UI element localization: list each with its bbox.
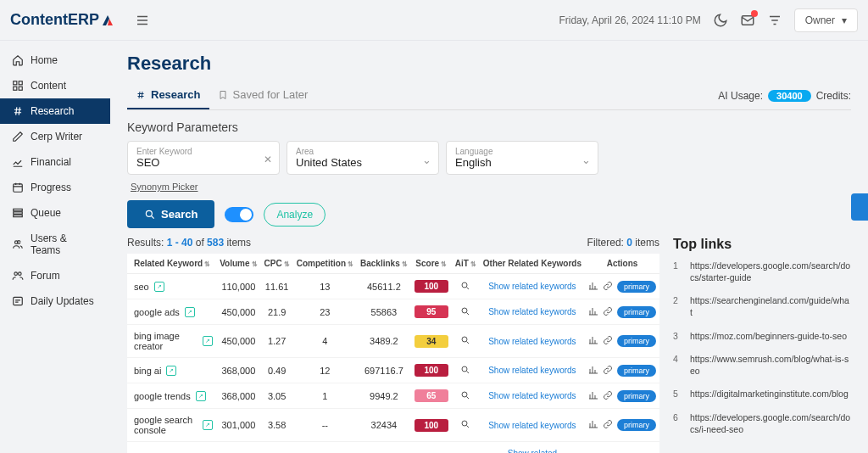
page-title: Research xyxy=(127,53,851,75)
top-links-title: Top links xyxy=(673,237,851,252)
col-cpc[interactable]: CPC⇅ xyxy=(261,254,293,274)
cell-backlinks: 55863 xyxy=(357,299,411,325)
link-action-icon[interactable] xyxy=(603,335,613,347)
score-pill: 100 xyxy=(415,364,448,377)
owner-dropdown[interactable]: Owner ▾ xyxy=(794,8,858,32)
sidebar-item-label: Content xyxy=(31,80,66,92)
link-action-icon[interactable] xyxy=(603,419,613,431)
trend-badge-icon[interactable]: ↗ xyxy=(166,366,176,376)
link-action-icon[interactable] xyxy=(603,281,613,293)
chart-action-icon[interactable] xyxy=(588,335,598,347)
col-ait[interactable]: AiT⇅ xyxy=(452,254,480,274)
magnify-icon[interactable] xyxy=(460,282,470,293)
sidebar-item-progress[interactable]: Progress xyxy=(0,175,110,200)
clear-icon[interactable]: ✕ xyxy=(264,154,272,165)
notification-dot xyxy=(751,10,758,17)
chart-action-icon[interactable] xyxy=(588,390,598,402)
field-label: Language xyxy=(455,147,589,156)
svg-point-17 xyxy=(462,366,467,372)
tab-research[interactable]: Research xyxy=(127,81,209,109)
col-keyword[interactable]: Related Keyword⇅ xyxy=(127,254,216,274)
primary-badge[interactable]: primary xyxy=(617,335,656,347)
col-score[interactable]: Score⇅ xyxy=(411,254,452,274)
search-button[interactable]: Search xyxy=(127,200,214,228)
sidebar-item-cerp-writer[interactable]: Cerp Writer xyxy=(0,124,110,149)
show-related-link[interactable]: Show related keywords xyxy=(488,337,576,347)
bookmark-icon xyxy=(218,90,228,100)
chart-action-icon[interactable] xyxy=(588,306,598,318)
sidebar-item-daily-updates[interactable]: Daily Updates xyxy=(0,288,110,314)
sidebar-item-financial[interactable]: Financial xyxy=(0,149,110,175)
area-field[interactable]: Area United States ⌄ xyxy=(287,141,439,175)
trend-badge-icon[interactable]: ↗ xyxy=(185,307,195,317)
cell-competition: 23 xyxy=(293,299,357,325)
tab-saved[interactable]: Saved for Later xyxy=(209,81,317,109)
col-volume[interactable]: Volume⇅ xyxy=(216,254,260,274)
top-link-url[interactable]: https://moz.com/beginners-guide-to-seo xyxy=(690,331,847,343)
mail-icon[interactable] xyxy=(740,13,755,28)
sidebar-item-home[interactable]: Home xyxy=(0,48,110,73)
caret-down-icon: ▾ xyxy=(842,14,847,26)
sidebar-item-label: Cerp Writer xyxy=(31,131,82,143)
pencil-icon xyxy=(12,131,24,143)
magnify-icon[interactable] xyxy=(460,421,470,431)
col-competition[interactable]: Competition⇅ xyxy=(293,254,357,274)
toggle-switch[interactable] xyxy=(225,207,253,222)
chart-action-icon[interactable] xyxy=(588,419,598,431)
magnify-icon[interactable] xyxy=(460,308,470,318)
show-related-link[interactable]: Show related keywords xyxy=(488,307,576,317)
primary-badge[interactable]: primary xyxy=(617,306,656,318)
menu-toggle-icon[interactable] xyxy=(135,13,150,28)
top-link-url[interactable]: https://searchengineland.com/guide/what xyxy=(690,295,851,318)
cell-competition: 12 xyxy=(293,358,357,383)
primary-badge[interactable]: primary xyxy=(617,419,656,431)
primary-badge[interactable]: primary xyxy=(617,365,656,377)
magnify-icon[interactable] xyxy=(460,366,470,377)
sidebar-item-queue[interactable]: Queue xyxy=(0,200,110,226)
link-action-icon[interactable] xyxy=(603,365,613,377)
show-related-link[interactable]: Show related keywords xyxy=(488,421,576,431)
sidebar-item-content[interactable]: Content xyxy=(0,73,110,98)
score-pill: 65 xyxy=(415,389,448,402)
sidebar-item-users[interactable]: Users & Teams xyxy=(0,226,110,263)
link-action-icon[interactable] xyxy=(603,390,613,402)
top-link-url[interactable]: https://digitalmarketinginstitute.com/bl… xyxy=(690,389,849,400)
analyze-button[interactable]: Analyze xyxy=(264,203,326,226)
cell-volume: 450,000 xyxy=(216,325,260,358)
show-related-link[interactable]: Show related keywords xyxy=(488,282,576,292)
primary-badge[interactable]: primary xyxy=(617,390,656,402)
show-related-link[interactable]: Show related keywords xyxy=(488,366,576,376)
svg-rect-2 xyxy=(19,81,22,85)
keyword-text: google search console xyxy=(134,415,198,435)
sidebar-item-forum[interactable]: Forum xyxy=(0,263,110,288)
trend-badge-icon[interactable]: ↗ xyxy=(203,420,213,430)
svg-rect-3 xyxy=(14,87,17,90)
magnify-icon[interactable] xyxy=(460,392,470,402)
primary-badge[interactable]: primary xyxy=(617,281,656,293)
svg-point-16 xyxy=(462,337,467,342)
link-action-icon[interactable] xyxy=(603,306,613,318)
top-link-url[interactable]: https://developers.google.com/search/doc… xyxy=(690,260,851,283)
chart-action-icon[interactable] xyxy=(588,365,598,377)
sidebar-item-research[interactable]: Research xyxy=(0,98,110,124)
synonym-picker-link[interactable]: Synonym Picker xyxy=(131,182,198,192)
magnify-icon[interactable] xyxy=(460,337,470,347)
results-count: Results: 1 - 40 of 583 items xyxy=(127,237,251,249)
top-link-url[interactable]: https://www.semrush.com/blog/what-is-seo xyxy=(690,354,851,377)
trend-badge-icon[interactable]: ↗ xyxy=(154,282,164,292)
moon-icon[interactable] xyxy=(713,13,728,28)
language-field[interactable]: Language English ⌄ xyxy=(446,141,598,175)
col-backlinks[interactable]: Backlinks⇅ xyxy=(357,254,411,274)
show-related-link[interactable]: Show related xyxy=(508,449,557,453)
filter-icon[interactable] xyxy=(767,13,782,28)
chart-action-icon[interactable] xyxy=(588,281,598,293)
trend-badge-icon[interactable]: ↗ xyxy=(196,391,206,401)
tab-label: Research xyxy=(151,88,201,101)
keyword-field[interactable]: Enter Keyword SEO ✕ xyxy=(127,141,280,175)
svg-point-13 xyxy=(146,210,152,216)
show-related-link[interactable]: Show related keywords xyxy=(488,391,576,401)
top-link-url[interactable]: https://developers.google.com/search/doc… xyxy=(690,412,851,435)
trend-badge-icon[interactable]: ↗ xyxy=(203,336,213,346)
logo[interactable]: ContentERP xyxy=(10,11,114,29)
floating-side-button[interactable] xyxy=(851,193,868,221)
